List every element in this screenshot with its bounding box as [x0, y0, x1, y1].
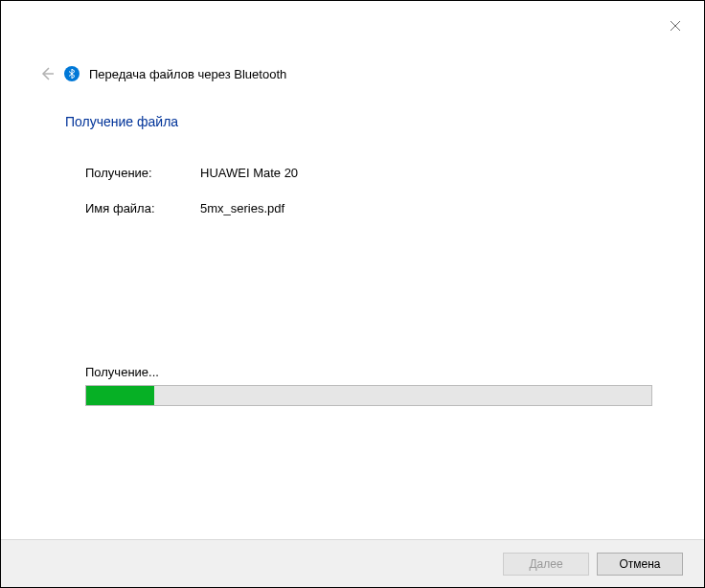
button-bar: Далее Отмена: [1, 539, 704, 587]
next-button: Далее: [503, 553, 589, 576]
info-block: Получение: HUAWEI Mate 20 Имя файла: 5mx…: [85, 166, 298, 237]
progress-label: Получение...: [85, 365, 652, 379]
dialog-header: Передача файлов через Bluetooth: [39, 66, 286, 81]
bluetooth-transfer-dialog: Передача файлов через Bluetooth Получени…: [0, 0, 705, 588]
close-icon: [670, 20, 681, 32]
bluetooth-icon: [64, 66, 80, 81]
back-arrow-icon: [39, 66, 55, 81]
progress-fill: [86, 386, 154, 405]
receiving-label: Получение:: [85, 166, 200, 180]
cancel-button[interactable]: Отмена: [597, 553, 683, 576]
progress-bar: [85, 385, 652, 406]
progress-section: Получение...: [85, 365, 652, 406]
back-button[interactable]: [39, 66, 55, 81]
receiving-row: Получение: HUAWEI Mate 20: [85, 166, 298, 180]
filename-label: Имя файла:: [85, 201, 200, 215]
receiving-value: HUAWEI Mate 20: [200, 166, 298, 180]
close-button[interactable]: [666, 16, 685, 35]
filename-row: Имя файла: 5mx_series.pdf: [85, 201, 298, 215]
section-title: Получение файла: [65, 114, 178, 129]
dialog-title: Передача файлов через Bluetooth: [89, 67, 286, 81]
filename-value: 5mx_series.pdf: [200, 201, 284, 215]
